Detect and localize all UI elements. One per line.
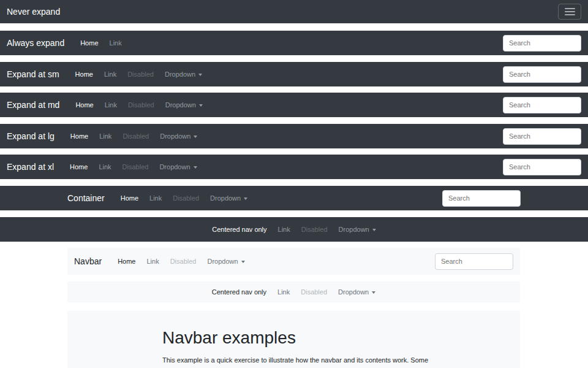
nav-link-home[interactable]: Home: [70, 71, 99, 78]
nav-link-dropdown[interactable]: Dropdown: [154, 132, 203, 140]
nav-link-home[interactable]: Home: [115, 194, 144, 202]
nav-link-disabled: Disabled: [165, 258, 202, 265]
nav-link-home[interactable]: Home: [65, 132, 94, 140]
nav-link-link[interactable]: Link: [93, 163, 116, 171]
nav-link-link[interactable]: Link: [104, 39, 127, 47]
navbar-always-expand: Always expand Home Link: [0, 31, 588, 55]
nav-link-dropdown[interactable]: Dropdown: [160, 101, 208, 109]
search-input[interactable]: [442, 190, 521, 207]
navbar-brand[interactable]: Expand at sm: [7, 69, 59, 79]
nav-link-disabled: Disabled: [296, 226, 333, 233]
navbar-nav: Centered nav only Link Disabled Dropdown: [206, 288, 381, 296]
nav-link-disabled: Disabled: [167, 194, 205, 202]
navbar-brand[interactable]: Expand at xl: [7, 162, 54, 172]
nav-link-disabled: Disabled: [122, 71, 159, 78]
search-input[interactable]: [503, 128, 581, 145]
nav-link-link[interactable]: Link: [273, 226, 296, 233]
hamburger-icon: [565, 14, 575, 15]
navbar-brand[interactable]: Never expand: [7, 7, 60, 17]
nav-link-centered[interactable]: Centered nav only: [206, 226, 272, 233]
nav-link-home[interactable]: Home: [75, 39, 104, 47]
navbar-brand[interactable]: Expand at md: [7, 100, 59, 110]
hamburger-icon: [565, 11, 575, 12]
dropdown-label: Dropdown: [165, 101, 196, 109]
chevron-down-icon: [244, 197, 247, 200]
search-input[interactable]: [503, 97, 581, 113]
nav-link-disabled: Disabled: [117, 132, 154, 140]
nav-link-home[interactable]: Home: [64, 163, 93, 171]
navbar-expand-sm: Expand at sm Home Link Disabled Dropdown: [0, 62, 588, 86]
navbar-brand[interactable]: Navbar: [74, 256, 102, 266]
navbar-expand-xl: Expand at xl Home Link Disabled Dropdown: [0, 155, 588, 179]
dropdown-label: Dropdown: [165, 71, 195, 78]
dropdown-label: Dropdown: [207, 258, 238, 265]
search-input[interactable]: [503, 159, 581, 175]
navbar-brand[interactable]: Always expand: [7, 38, 64, 48]
search-input[interactable]: [503, 35, 581, 52]
menu-toggle-button[interactable]: [558, 4, 581, 20]
dropdown-label: Dropdown: [160, 132, 190, 140]
nav-link-link[interactable]: Link: [94, 132, 117, 140]
nav-link-dropdown[interactable]: Dropdown: [333, 226, 382, 233]
navbar-container-inner: Container Home Link Disabled Dropdown: [67, 186, 521, 210]
nav-link-centered[interactable]: Centered nav only: [206, 288, 272, 296]
navbar-nav: Home Link Disabled Dropdown: [70, 101, 208, 109]
nav-link-dropdown[interactable]: Dropdown: [202, 258, 250, 265]
navbar-brand[interactable]: Expand at lg: [7, 131, 55, 141]
intro-line-1: This example is a quick exercise to illu…: [162, 356, 428, 364]
chevron-down-icon: [194, 136, 197, 138]
nav-link-dropdown[interactable]: Dropdown: [154, 163, 202, 171]
nav-link-disabled: Disabled: [123, 101, 160, 109]
hamburger-icon: [565, 8, 575, 9]
navbar-brand[interactable]: Container: [67, 193, 105, 203]
nav-link-home[interactable]: Home: [70, 101, 99, 109]
nav-link-link[interactable]: Link: [144, 194, 167, 202]
chevron-down-icon: [199, 104, 203, 107]
search-input[interactable]: [435, 253, 513, 270]
nav-link-link[interactable]: Link: [272, 288, 295, 296]
navbar-never-expand: Never expand: [0, 0, 588, 23]
intro-paragraph: This example is a quick exercise to illu…: [162, 355, 511, 368]
jumbotron: Navbar examples This example is a quick …: [67, 311, 520, 368]
dropdown-label: Dropdown: [159, 163, 190, 171]
chevron-down-icon: [198, 74, 202, 76]
navbar-light: Navbar Home Link Disabled Dropdown: [67, 248, 520, 275]
navbar-expand-md: Expand at md Home Link Disabled Dropdown: [0, 93, 588, 117]
page-title: Navbar examples: [162, 328, 511, 348]
chevron-down-icon: [372, 291, 375, 294]
nav-link-link[interactable]: Link: [99, 71, 122, 78]
nav-link-disabled: Disabled: [295, 288, 333, 296]
nav-link-home[interactable]: Home: [112, 258, 141, 265]
navbar-nav: Home Link Disabled Dropdown: [70, 71, 208, 78]
dropdown-label: Dropdown: [339, 226, 369, 233]
navbar-nav: Home Link Disabled Dropdown: [112, 258, 250, 265]
navbar-nav: Centered nav only Link Disabled Dropdown: [206, 226, 381, 233]
chevron-down-icon: [241, 261, 245, 263]
nav-link-link[interactable]: Link: [99, 101, 123, 109]
nav-link-dropdown[interactable]: Dropdown: [159, 71, 208, 78]
jumbotron-content: Navbar examples This example is a quick …: [162, 328, 511, 368]
nav-link-link[interactable]: Link: [141, 258, 164, 265]
navbar-container: Container Home Link Disabled Dropdown: [0, 186, 588, 210]
nav-link-dropdown[interactable]: Dropdown: [205, 194, 253, 202]
chevron-down-icon: [194, 166, 197, 169]
chevron-down-icon: [372, 229, 376, 231]
search-input[interactable]: [503, 66, 581, 83]
navbar-centered-light: Centered nav only Link Disabled Dropdown: [67, 282, 520, 302]
dropdown-label: Dropdown: [210, 194, 241, 202]
navbar-nav: Home Link Disabled Dropdown: [115, 194, 253, 202]
navbar-expand-lg: Expand at lg Home Link Disabled Dropdown: [0, 124, 588, 148]
navbar-centered-dark: Centered nav only Link Disabled Dropdown: [0, 217, 588, 242]
dropdown-label: Dropdown: [338, 288, 369, 296]
navbar-nav: Home Link Disabled Dropdown: [64, 163, 202, 171]
navbar-nav: Home Link: [75, 39, 127, 47]
nav-link-dropdown[interactable]: Dropdown: [333, 288, 381, 296]
navbar-nav: Home Link Disabled Dropdown: [65, 132, 203, 140]
nav-link-disabled: Disabled: [117, 163, 154, 171]
